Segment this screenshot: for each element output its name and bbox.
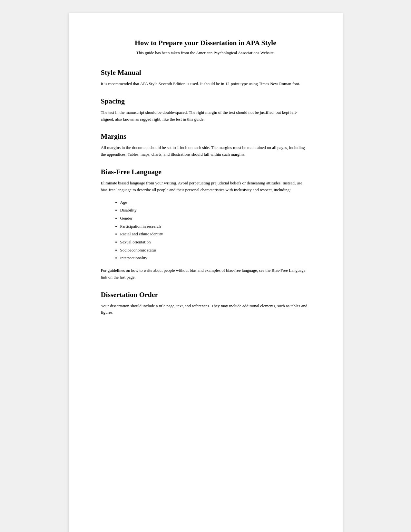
section-body-spacing: The test in the manuscript should be dou… [101,109,310,123]
section-body-bias-free-intro: Eliminate biased language from your writ… [101,180,310,193]
list-item: Gender [120,214,310,222]
section-body-bias-free-outro: For guidelines on how to write about peo… [101,267,310,281]
section-heading-style-manual: Style Manual [101,68,310,77]
list-item: Age [120,199,310,207]
list-item: Racial and ethnic identity [120,230,310,238]
page-title: How to Prepare your Dissertation in APA … [101,39,310,47]
section-body-dissertation-order: Your dissertation should include a title… [101,303,310,316]
document-page: How to Prepare your Dissertation in APA … [69,13,343,532]
list-item: Participation in research [120,222,310,231]
list-item: Sexual orientation [120,238,310,246]
section-body-margins: All margins in the document should be se… [101,144,310,158]
list-item: Intersectionality [120,254,310,262]
bias-free-list: Age Disability Gender Participation in r… [120,199,310,262]
page-subtitle: This guide has been taken from the Ameri… [101,50,310,55]
section-body-style-manual: It is recommended that APA Style Seventh… [101,81,310,87]
section-heading-margins: Margins [101,132,310,141]
section-heading-spacing: Spacing [101,97,310,105]
section-heading-bias-free: Bias-Free Language [101,168,310,176]
list-item: Socioeconomic status [120,246,310,254]
list-item: Disability [120,206,310,214]
section-heading-dissertation-order: Dissertation Order [101,291,310,299]
